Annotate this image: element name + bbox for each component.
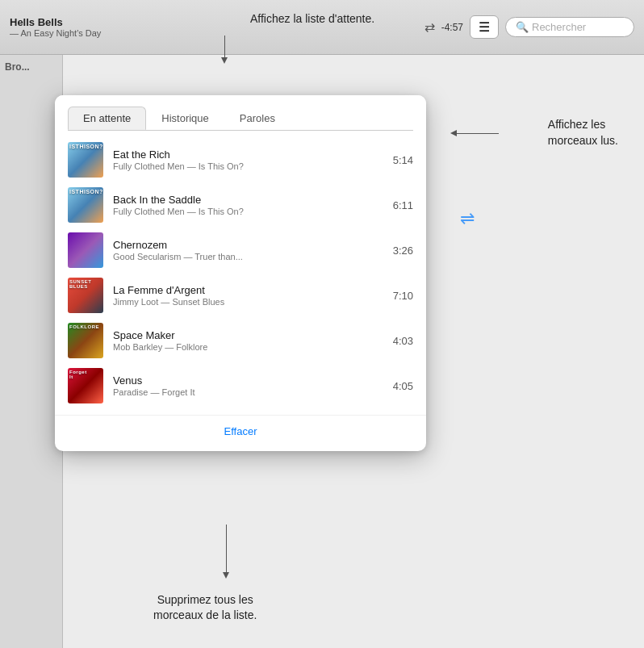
track-list: ISTHISON? Eat the Rich Fully Clothed Men… — [55, 131, 426, 415]
queue-popup: En attente Historique Paroles ISTHISON? … — [55, 95, 426, 451]
arrow-clear-tip — [223, 572, 229, 579]
tab-paroles[interactable]: Paroles — [224, 107, 291, 130]
annotation-queue: Affichez la liste d'attente. — [250, 11, 374, 27]
track-sub: Fully Clothed Men — Is This On? — [113, 161, 383, 171]
repeat-icon[interactable]: ⇄ — [424, 19, 435, 35]
sidebar: Bro... — [0, 55, 63, 648]
track-row[interactable]: ISTHISON? Back In the Saddle Fully Cloth… — [55, 182, 426, 228]
track-duration: 5:14 — [393, 154, 413, 166]
track-info: Back In the Saddle Fully Clothed Men — I… — [113, 194, 383, 216]
arrow-history-tip — [450, 130, 457, 136]
track-row[interactable]: Chernozem Good Secularism — Truer than..… — [55, 228, 426, 273]
track-row[interactable]: FOLKLORE Space Maker Mob Barkley — Folkl… — [55, 318, 426, 363]
track-duration: 7:10 — [393, 290, 413, 302]
annotation-clear: Supprimez tous lesmorceaux de la liste. — [153, 592, 257, 624]
track-row[interactable]: ForgetIt Venus Paradise — Forget It 4:05 — [55, 363, 426, 408]
track-art: SUNSETBLUES — [68, 278, 103, 313]
track-info: La Femme d'Argent Jimmy Loot — Sunset Bl… — [113, 284, 383, 307]
top-bar: Hells Bells — An Easy Night's Day ⇄ -4:5… — [0, 0, 644, 55]
search-placeholder: Rechercher — [532, 21, 586, 33]
track-duration: 6:11 — [393, 199, 413, 211]
tab-historique[interactable]: Historique — [146, 107, 224, 130]
time-display: -4:57 — [441, 22, 463, 33]
shuffle-icon: ⇌ — [460, 208, 475, 229]
track-info: Space Maker Mob Barkley — Folklore — [113, 329, 383, 352]
track-name: Space Maker — [113, 329, 383, 341]
track-sub: Good Secularism — Truer than... — [113, 252, 383, 261]
track-art — [68, 232, 103, 268]
track-art: ISTHISON? — [68, 187, 103, 223]
effacer-button[interactable]: Effacer — [224, 425, 257, 437]
track-sub: Paradise — Forget It — [113, 387, 383, 397]
track-name: Eat the Rich — [113, 148, 383, 161]
tab-en-attente[interactable]: En attente — [68, 107, 146, 130]
track-art: ISTHISON? — [68, 142, 103, 178]
track-info: Venus Paradise — Forget It — [113, 374, 383, 397]
arrow-history-line — [454, 133, 499, 134]
track-row[interactable]: SUNSETBLUES La Femme d'Argent Jimmy Loot… — [55, 273, 426, 318]
track-info: Chernozem Good Secularism — Truer than..… — [113, 239, 383, 261]
track-sub: Fully Clothed Men — Is This On? — [113, 207, 383, 216]
queue-button[interactable]: ☰ — [470, 15, 499, 39]
arrow-clear-line — [226, 525, 227, 573]
track-duration: 3:26 — [393, 245, 413, 257]
track-name: Chernozem — [113, 239, 383, 251]
track-name: Back In the Saddle — [113, 194, 383, 206]
track-art: FOLKLORE — [68, 323, 103, 358]
effacer-row: Effacer — [55, 415, 426, 451]
track-name: Venus — [113, 374, 383, 387]
track-duration: 4:03 — [393, 335, 413, 347]
search-box[interactable]: 🔍 Rechercher — [505, 17, 634, 37]
sidebar-label: Bro... — [0, 55, 62, 79]
tabs-row: En attente Historique Paroles — [55, 95, 426, 130]
track-name: La Femme d'Argent — [113, 284, 383, 296]
annotation-history: Affichez lesmorceaux lus. — [548, 117, 618, 148]
track-duration: 4:05 — [393, 380, 413, 392]
arrow-queue-tip — [221, 57, 228, 64]
track-sub: Mob Barkley — Folklore — [113, 342, 383, 352]
queue-icon: ☰ — [479, 19, 490, 35]
now-playing-subtitle: — An Easy Night's Day — [10, 28, 418, 38]
track-sub: Jimmy Loot — Sunset Blues — [113, 297, 383, 307]
track-info: Eat the Rich Fully Clothed Men — Is This… — [113, 148, 383, 171]
track-art: ForgetIt — [68, 368, 103, 403]
arrow-queue-line — [224, 36, 225, 58]
search-icon: 🔍 — [516, 21, 529, 33]
track-row[interactable]: ISTHISON? Eat the Rich Fully Clothed Men… — [55, 137, 426, 182]
